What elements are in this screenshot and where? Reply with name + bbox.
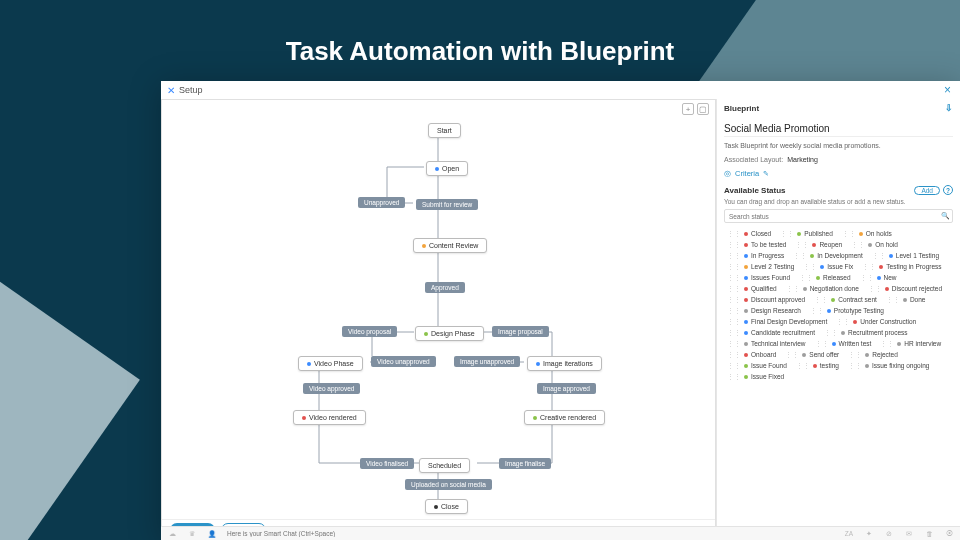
status-chip[interactable]: ⋮⋮Written test (812, 338, 878, 349)
status-chip[interactable]: ⋮⋮Released (796, 272, 856, 283)
status-chip[interactable]: ⋮⋮Issues Found (724, 272, 796, 283)
footer-icon-c[interactable]: ⊘ (884, 530, 894, 538)
status-chip[interactable]: ⋮⋮In Progress (724, 250, 790, 261)
edge-label-3[interactable]: Video proposal (342, 326, 397, 337)
status-chip[interactable]: ⋮⋮On hold (848, 239, 904, 250)
node-start[interactable]: Start (428, 123, 461, 138)
available-status-title: Available Status (724, 186, 786, 195)
edge-label-7[interactable]: Video approved (303, 383, 360, 394)
node-content[interactable]: Content Review (413, 238, 487, 253)
node-imgiter[interactable]: Image iterations (527, 356, 602, 371)
footer-icon-2[interactable]: ♛ (187, 530, 197, 538)
footer-icon-d[interactable]: ✉ (904, 530, 914, 538)
node-vrend[interactable]: Video rendered (293, 410, 366, 425)
help-button[interactable]: ? (943, 185, 953, 195)
status-chip[interactable]: ⋮⋮Under Construction (833, 316, 922, 327)
app-window: ✕ Setup × + ▢ StartOpenContent ReviewDes… (161, 81, 960, 540)
zoom-reset-button[interactable]: ▢ (697, 103, 709, 115)
associated-layout-row: Associated Layout:Marketing (724, 156, 953, 163)
status-chip[interactable]: ⋮⋮Prototype Testing (807, 305, 890, 316)
node-open[interactable]: Open (426, 161, 468, 176)
footer-icon-1[interactable]: ☁ (167, 530, 177, 538)
status-chip[interactable]: ⋮⋮Onboard (724, 349, 782, 360)
node-sched[interactable]: Scheduled (419, 458, 470, 473)
status-chip[interactable]: ⋮⋮Issue Found (724, 360, 793, 371)
status-chip[interactable]: ⋮⋮Discount rejected (865, 283, 948, 294)
blueprint-name-input[interactable]: Social Media Promotion (724, 117, 953, 137)
status-chip[interactable]: ⋮⋮Final Design Development (724, 316, 833, 327)
edge-label-8[interactable]: Image approved (537, 383, 596, 394)
edge-label-9[interactable]: Video finalised (360, 458, 414, 469)
blueprint-canvas[interactable]: + ▢ StartOpenContent ReviewDesign PhaseV… (161, 99, 716, 540)
app-footer: ☁ ♛ 👤 ZA ✦ ⊘ ✉ 🗑 ⦿ (161, 526, 960, 540)
edge-label-4[interactable]: Image proposal (492, 326, 549, 337)
status-chip[interactable]: ⋮⋮Discount approved (724, 294, 811, 305)
setup-icon: ✕ (167, 85, 175, 96)
criteria-button[interactable]: ◎ Criteria ✎ (724, 169, 953, 178)
node-crend[interactable]: Creative rendered (524, 410, 605, 425)
status-chip[interactable]: ⋮⋮HR interview (877, 338, 947, 349)
status-chip[interactable]: ⋮⋮In Development (790, 250, 869, 261)
status-chip[interactable]: ⋮⋮Contract sent (811, 294, 883, 305)
edge-label-10[interactable]: Image finalise (499, 458, 551, 469)
status-chip[interactable]: ⋮⋮Issue Fixed (724, 371, 790, 382)
status-chip[interactable]: ⋮⋮To be tested (724, 239, 792, 250)
footer-icon-f[interactable]: ⦿ (944, 530, 954, 537)
sidebar-title: Blueprint (724, 104, 759, 113)
node-close[interactable]: Close (425, 499, 468, 514)
status-chip[interactable]: ⋮⋮Issue fixing ongoing (845, 360, 935, 371)
status-chip[interactable]: ⋮⋮Rejected (845, 349, 904, 360)
footer-icon-a[interactable]: ZA (844, 530, 854, 537)
zoom-in-button[interactable]: + (682, 103, 694, 115)
status-chip[interactable]: ⋮⋮Design Research (724, 305, 807, 316)
save-icon[interactable]: ⇩ (945, 103, 953, 113)
status-chip[interactable]: ⋮⋮Closed (724, 228, 777, 239)
status-chip[interactable]: ⋮⋮Candidate recruitment (724, 327, 821, 338)
status-chip[interactable]: ⋮⋮Negotiation done (783, 283, 865, 294)
node-video[interactable]: Video Phase (298, 356, 363, 371)
edge-label-2[interactable]: Approved (425, 282, 465, 293)
edge-label-11[interactable]: Uploaded on social media (405, 479, 492, 490)
status-chip[interactable]: ⋮⋮Level 1 Testing (869, 250, 945, 261)
edit-icon: ✎ (763, 170, 769, 178)
status-chip[interactable]: ⋮⋮Recruitment process (821, 327, 914, 338)
page-title: Task Automation with Blueprint (0, 36, 960, 67)
status-chip[interactable]: ⋮⋮New (857, 272, 903, 283)
footer-icon-e[interactable]: 🗑 (924, 530, 934, 537)
status-chip[interactable]: ⋮⋮Level 2 Testing (724, 261, 800, 272)
status-chip[interactable]: ⋮⋮Qualified (724, 283, 783, 294)
edge-label-5[interactable]: Video unapproved (371, 356, 436, 367)
status-chip[interactable]: ⋮⋮On holds (839, 228, 898, 239)
search-icon: 🔍 (941, 212, 950, 220)
status-list: ⋮⋮Closed⋮⋮Published⋮⋮On holds⋮⋮To be tes… (724, 228, 953, 382)
footer-icon-3[interactable]: 👤 (207, 530, 217, 538)
edge-label-1[interactable]: Unapproved (358, 197, 405, 208)
status-chip[interactable]: ⋮⋮testing (793, 360, 845, 371)
edge-label-6[interactable]: Image unapproved (454, 356, 520, 367)
header-title: Setup (179, 85, 203, 95)
close-button[interactable]: × (941, 83, 954, 97)
criteria-icon: ◎ (724, 169, 731, 178)
status-chip[interactable]: ⋮⋮Published (777, 228, 839, 239)
status-chip[interactable]: ⋮⋮Send offer (782, 349, 845, 360)
app-header: ✕ Setup × (161, 81, 960, 99)
edge-label-0[interactable]: Submit for review (416, 199, 478, 210)
status-chip[interactable]: ⋮⋮Reopen (792, 239, 848, 250)
status-chip[interactable]: ⋮⋮Done (883, 294, 932, 305)
smart-chat-input[interactable] (227, 530, 367, 537)
add-status-button[interactable]: Add (914, 186, 940, 195)
blueprint-description[interactable]: Task Blueprint for weekly social media p… (724, 141, 953, 150)
status-chip[interactable]: ⋮⋮Issue Fix (800, 261, 859, 272)
blueprint-sidebar: Blueprint ⇩ Social Media Promotion Task … (716, 99, 960, 540)
node-design[interactable]: Design Phase (415, 326, 484, 341)
search-status-input[interactable] (724, 209, 953, 223)
footer-icon-b[interactable]: ✦ (864, 530, 874, 538)
status-chip[interactable]: ⋮⋮Technical interview (724, 338, 812, 349)
status-chip[interactable]: ⋮⋮Testing in Progress (859, 261, 947, 272)
status-hint: You can drag and drop an available statu… (724, 198, 953, 205)
